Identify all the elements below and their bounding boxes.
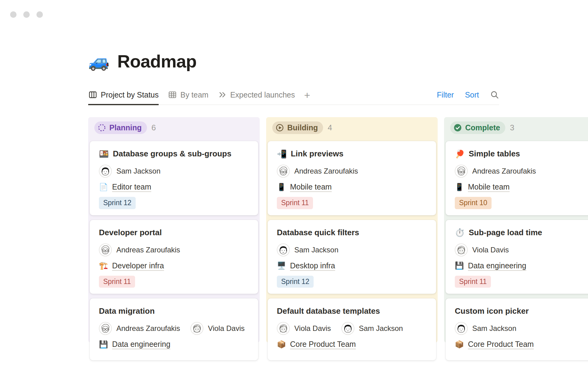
team-page-link[interactable]: Mobile team — [468, 182, 510, 191]
person: Sam Jackson — [99, 165, 160, 178]
status-pill-building[interactable]: Building — [272, 121, 323, 134]
status-complete-icon — [453, 123, 462, 132]
board-card[interactable]: Developer portal Andreas Zaroufakis 🏗️ D… — [90, 220, 258, 294]
person: Viola Davis — [455, 243, 509, 256]
tab-label: Expected launches — [230, 90, 295, 99]
team-emoji-icon: 📱 — [455, 183, 464, 191]
card-title-text: Sub-page load time — [469, 228, 542, 237]
person: Andreas Zaroufakis — [455, 165, 536, 178]
person: Viola Davis — [190, 322, 245, 335]
column-count: 4 — [328, 123, 332, 132]
double-chevron-icon — [218, 90, 227, 99]
status-label: Planning — [109, 123, 142, 132]
person-row: Sam Jackson — [455, 322, 588, 335]
filter-button[interactable]: Filter — [437, 90, 454, 99]
team-page-link[interactable]: Core Product Team — [290, 340, 356, 349]
board-card[interactable]: 📲 Link previews Andreas Zaroufakis 📱 Mob… — [268, 141, 436, 215]
team-page-link[interactable]: Mobile team — [290, 182, 332, 191]
status-label: Complete — [465, 123, 500, 132]
card-title-text: Database groups & sub-groups — [113, 149, 231, 159]
card-title: Default database templates — [277, 306, 427, 316]
window-minimize-button[interactable] — [23, 11, 30, 18]
card-title: Custom icon picker — [455, 306, 588, 316]
board-card[interactable]: ⏱️ Sub-page load time Viola Davis 💾 Data… — [446, 220, 588, 294]
board-card[interactable]: Database quick filters Sam Jackson 🖥️ De… — [268, 220, 436, 294]
tab-project-by-status[interactable]: Project by Status — [88, 90, 159, 105]
sprint-tag: Sprint 12 — [277, 276, 314, 288]
person: Sam Jackson — [277, 243, 338, 256]
person-name: Andreas Zaroufakis — [294, 167, 358, 175]
board-column-complete: Complete 3 🏓 Simple tables Andreas Zarou… — [444, 117, 588, 343]
team-page-link[interactable]: Desktop infra — [290, 261, 335, 270]
add-view-button[interactable]: + — [304, 90, 310, 105]
card-title: 🍱 Database groups & sub-groups — [99, 149, 249, 159]
card-emoji-icon: 📲 — [277, 149, 287, 159]
team-page-link[interactable]: Developer infra — [112, 261, 164, 270]
board-card[interactable]: Default database templates Viola Davis S… — [268, 298, 436, 360]
person-row: Andreas Zaroufakis Viola Davis — [99, 322, 249, 335]
person-name: Viola Davis — [472, 246, 509, 254]
sprint-tag: Sprint 11 — [99, 276, 135, 288]
team-emoji-icon: 🏗️ — [99, 261, 108, 270]
table-icon — [168, 90, 177, 99]
avatar — [455, 322, 468, 335]
avatar — [455, 243, 468, 256]
board-column-planning: Planning 6 🍱 Database groups & sub-group… — [88, 117, 260, 343]
person-name: Andreas Zaroufakis — [116, 246, 180, 254]
card-title-text: Data migration — [99, 306, 155, 316]
card-title: Database quick filters — [277, 228, 427, 237]
card-title-text: Link previews — [291, 149, 343, 159]
team-emoji-icon: 📱 — [277, 183, 286, 191]
avatar — [277, 165, 290, 178]
person: Andreas Zaroufakis — [99, 322, 180, 335]
sort-button[interactable]: Sort — [465, 90, 479, 99]
team-page-link[interactable]: Editor team — [112, 182, 151, 191]
team-row: 📱 Mobile team — [277, 182, 427, 191]
person-row: Andreas Zaroufakis — [455, 165, 588, 178]
team-page-link[interactable]: Data engineering — [468, 261, 526, 270]
status-pill-planning[interactable]: Planning — [94, 121, 147, 134]
status-planning-icon — [97, 123, 106, 132]
person-name: Andreas Zaroufakis — [116, 324, 180, 333]
person: Sam Jackson — [455, 322, 516, 335]
window-fullscreen-button[interactable] — [36, 11, 43, 18]
avatar — [277, 322, 290, 335]
card-title: Data migration — [99, 306, 249, 316]
board-card[interactable]: 🍱 Database groups & sub-groups Sam Jacks… — [90, 141, 258, 215]
person-name: Sam Jackson — [472, 324, 516, 333]
column-header: Complete 3 — [450, 121, 588, 134]
person-row: Sam Jackson — [99, 165, 249, 178]
board-card[interactable]: 🏓 Simple tables Andreas Zaroufakis 📱 Mob… — [446, 141, 588, 215]
tab-expected-launches[interactable]: Expected launches — [218, 90, 295, 105]
team-row: 🖥️ Desktop infra — [277, 261, 427, 270]
team-emoji-icon: 📄 — [99, 183, 108, 191]
card-title-text: Developer portal — [99, 228, 162, 237]
status-building-icon — [275, 123, 284, 132]
sprint-tag: Sprint 12 — [99, 197, 136, 209]
card-emoji-icon: 🏓 — [455, 149, 465, 159]
avatar — [455, 165, 468, 178]
team-emoji-icon: 📦 — [455, 340, 464, 349]
tab-label: By team — [180, 90, 209, 99]
card-title-text: Simple tables — [469, 149, 520, 159]
card-emoji-icon: ⏱️ — [455, 228, 465, 237]
person-row: Viola Davis Sam Jackson — [277, 322, 427, 335]
window-close-button[interactable] — [10, 11, 17, 18]
board-card[interactable]: Data migration Andreas Zaroufakis Viola … — [90, 298, 258, 360]
person: Andreas Zaroufakis — [99, 243, 180, 256]
avatar — [341, 322, 354, 335]
window-controls — [10, 11, 43, 18]
search-button[interactable] — [490, 90, 499, 99]
team-page-link[interactable]: Core Product Team — [468, 340, 534, 349]
tab-label: Project by Status — [101, 90, 159, 99]
board-card[interactable]: Custom icon picker Sam Jackson 📦 Core Pr… — [446, 298, 588, 360]
team-row: 🏗️ Developer infra — [99, 261, 249, 270]
team-row: 📱 Mobile team — [455, 182, 588, 191]
column-count: 6 — [152, 123, 156, 132]
person-row: Sam Jackson — [277, 243, 427, 256]
team-emoji-icon: 🖥️ — [277, 261, 286, 270]
team-page-link[interactable]: Data engineering — [112, 340, 170, 349]
tab-by-team[interactable]: By team — [168, 90, 209, 105]
status-pill-complete[interactable]: Complete — [450, 121, 505, 134]
person-row: Andreas Zaroufakis — [99, 243, 249, 256]
